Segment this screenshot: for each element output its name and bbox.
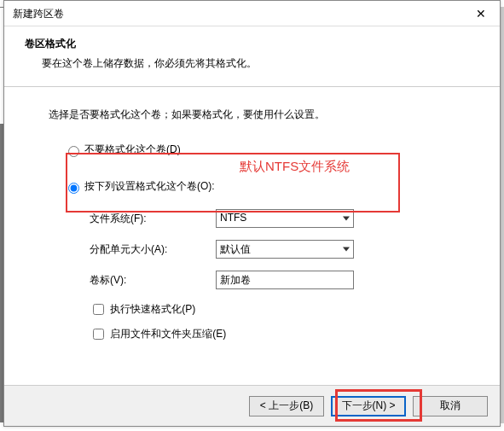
volume-label-row: 卷标(V):	[49, 271, 466, 289]
quick-format-label: 执行快速格式化(P)	[110, 303, 195, 315]
radio-do-format-row[interactable]: 按下列设置格式化这个卷(O):	[49, 179, 466, 194]
compression-checkbox[interactable]	[93, 329, 104, 340]
radio-no-format-label: 不要格式化这个卷(D)	[84, 143, 181, 157]
allocation-row: 分配单元大小(A): 默认值	[49, 240, 466, 259]
compression-label: 启用文件和文件夹压缩(E)	[110, 328, 226, 340]
allocation-label: 分配单元大小(A):	[90, 242, 216, 257]
wizard-header: 卷区格式化 要在这个卷上储存数据，你必须先将其格式化。	[4, 26, 500, 87]
radio-no-format-row[interactable]: 不要格式化这个卷(D)	[49, 143, 466, 157]
button-bar: < 上一步(B) 下一步(N) > 取消	[4, 385, 500, 426]
volume-label-label: 卷标(V):	[90, 273, 216, 288]
header-description: 要在这个卷上储存数据，你必须先将其格式化。	[25, 56, 483, 71]
allocation-value: 默认值	[220, 243, 251, 255]
compression-row[interactable]: 启用文件和文件夹压缩(E)	[49, 326, 466, 342]
instruction-text: 选择是否要格式化这个卷；如果要格式化，要使用什么设置。	[49, 108, 466, 122]
wizard-content: 选择是否要格式化这个卷；如果要格式化，要使用什么设置。 不要格式化这个卷(D) …	[4, 87, 500, 342]
quick-format-checkbox[interactable]	[93, 304, 104, 315]
radio-do-format-label: 按下列设置格式化这个卷(O):	[84, 179, 215, 194]
wizard-dialog: 新建跨区卷 ✕ 卷区格式化 要在这个卷上储存数据，你必须先将其格式化。 选择是否…	[3, 0, 501, 427]
volume-label-input[interactable]	[216, 271, 354, 289]
window-title: 新建跨区卷	[13, 8, 64, 20]
quick-format-row[interactable]: 执行快速格式化(P)	[49, 301, 466, 317]
filesystem-label: 文件系统(F):	[90, 212, 216, 226]
next-button[interactable]: 下一步(N) >	[331, 396, 406, 416]
titlebar: 新建跨区卷 ✕	[4, 1, 500, 26]
radio-do-format[interactable]	[68, 183, 79, 194]
filesystem-value: NTFS	[220, 212, 246, 224]
close-button[interactable]: ✕	[462, 1, 500, 26]
bg-fragment	[501, 7, 504, 423]
filesystem-select[interactable]: NTFS	[216, 209, 354, 228]
cancel-button[interactable]: 取消	[413, 396, 488, 416]
close-icon: ✕	[476, 7, 486, 20]
back-button[interactable]: < 上一步(B)	[249, 396, 324, 416]
allocation-select[interactable]: 默认值	[216, 240, 354, 259]
radio-no-format[interactable]	[68, 146, 79, 157]
filesystem-row: 文件系统(F): NTFS	[49, 209, 466, 228]
header-title: 卷区格式化	[25, 37, 483, 51]
